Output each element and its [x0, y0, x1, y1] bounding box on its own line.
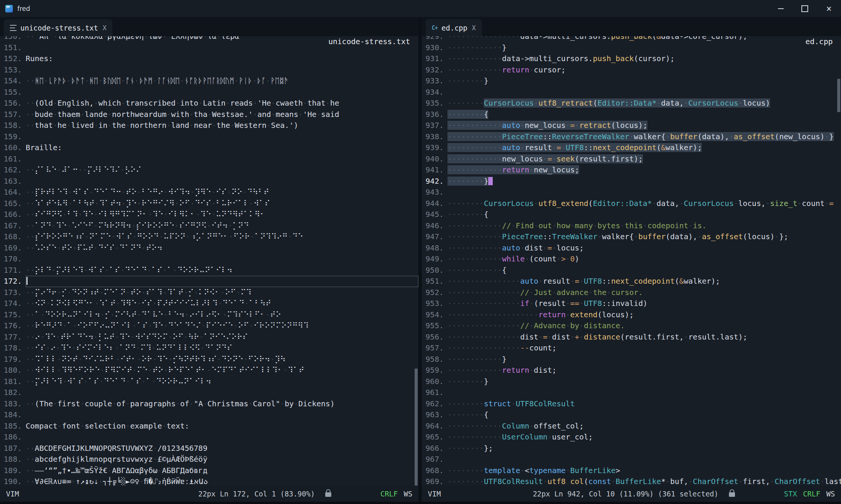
- app-icon: [5, 5, 13, 12]
- code-line: 168.··⡎⠊⠗⠕⠕⠛⠑⠰⠎·⠝⠁⠍⠑·⠺⠁⠎·⠛⠕⠕⠙·⠥⠏⠕⠝·⠰⡡⠁⠝⠛…: [0, 231, 418, 243]
- code-line: 941.············return·new_locus;: [422, 164, 841, 176]
- line-text: ··⠺⠊⠇⠇·⠹⠻⠑⠋⠕⠗⠑·⠏⠻⠍⠊⠞·⠍⠑·⠞⠕·⠗⠑⠏⠑⠁⠞⠂·⠑⠍⠏⠙⠁…: [26, 365, 418, 376]
- line-text: ··abcdefghijklmnopqrstuvwxyz·£©µÀÆÖÞßéöÿ: [26, 454, 418, 465]
- line-number: 177.: [0, 332, 26, 343]
- maximize-button[interactable]: [793, 0, 817, 17]
- line-text: ··⠗⠑⠛⠜⠙·⠁·⠊⠕⠋⠋⠔⠤⠝⠁⠊⠇·⠁⠎·⠹⠑·⠙⠑⠁⠙⠑⠌·⠏⠊⠑⠊⠑·…: [26, 320, 418, 332]
- line-number: 187.: [0, 443, 26, 454]
- line-number: 951.: [422, 276, 447, 287]
- line-text: ········template·<typename·BufferLike>: [447, 465, 841, 476]
- line-text: ··⠁·⠙⠕⠕⠗⠤⠝⠁⠊⠇⠲·⡊·⠍⠊⠣⠞·⠙⠁⠧⠑·⠃⠑⠲·⠔⠊⠇⠔⠫⠂·⠍⠹…: [26, 309, 418, 321]
- line-number: 968.: [422, 465, 447, 476]
- code-line: 948.············auto·dist·=·locus;: [422, 243, 841, 254]
- scrollbar-right[interactable]: [836, 36, 841, 486]
- minimize-button[interactable]: [769, 0, 793, 17]
- line-number: 190.: [0, 476, 26, 486]
- close-icon: ×: [826, 4, 832, 13]
- code-line: 165.··⠱⠁⠞⠑⠧⠻·⠁⠃⠳⠞·⠹⠁⠞⠲·⡹⠑·⠗⠑⠛⠊⠌⠻·⠕⠋·⠙⠊⠎·…: [0, 198, 418, 209]
- line-number: 962.: [422, 398, 447, 410]
- scrollbar-thumb-left[interactable]: [415, 369, 418, 486]
- line-number: 172.: [0, 276, 26, 287]
- line-text: [26, 154, 418, 165]
- scrollbar-left[interactable]: [414, 36, 418, 486]
- code-line: 933.········}: [422, 75, 841, 87]
- line-number: 930.: [422, 42, 447, 54]
- line-text: [26, 254, 418, 265]
- line-number: 153.: [0, 65, 26, 76]
- line-text: ··⠊⠎·⠔·⠹⠑·⠎⠊⠍⠊⠇⠑⠆·⠁⠝⠙·⠍⠹·⠥⠝⠙⠁⠇⠇⠪⠫·⠙⠁⠝⠙⠎: [26, 343, 418, 354]
- code-line: 187.··ABCDEFGHIJKLMNOPQRSTUVWXYZ·/012345…: [0, 443, 418, 454]
- line-text: ··–—‘“”„†•…‰™œŠŸž€·ΑΒΓΔΩαβγδω·АБВГДабвгд: [26, 465, 418, 476]
- code-line: 951.················auto·result·=·UTF8::…: [422, 276, 841, 287]
- status-flags-right: STXCRLFWS: [784, 490, 835, 498]
- line-text: ············auto·result·=·UTF8::next_cod…: [447, 142, 841, 154]
- code-area-left[interactable]: unicode-stress.txt 150.··᾿Απ᾿·τὰ·κόκκαλα…: [0, 36, 418, 486]
- line-number: 958.: [422, 354, 447, 365]
- code-line: 156.··(Old·English,·which·transcribed·in…: [0, 98, 418, 109]
- line-number: 966.: [422, 443, 447, 454]
- code-line: 159.: [0, 131, 418, 143]
- code-line: 174.··⠪⠝·⠅⠝⠪⠇⠫⠛⠑⠂·⠱⠁⠞·⠹⠻⠑·⠊⠎·⠏⠜⠞⠊⠊⠊⠥⠇⠜⠇⠹…: [0, 298, 418, 309]
- close-button[interactable]: ×: [817, 0, 841, 17]
- status-flag-stx: STX: [784, 490, 797, 498]
- pane-divider[interactable]: [418, 17, 422, 502]
- code-line: 952.················//·Just·advance·the·…: [422, 287, 841, 298]
- mode-indicator: VIM: [428, 490, 441, 498]
- line-text: ········CursorLocus·utf8_retract(Editor:…: [447, 98, 841, 109]
- line-text: ··⠁⠝⠙·⠹⠑·⠡⠊⠑⠋·⠍⠳⠗⠝⠻⠲·⡎⠊⠗⠕⠕⠛⠑·⠎⠊⠛⠝⠫·⠊⠞⠲·⡁…: [26, 220, 418, 232]
- code-line: 958.············}: [422, 354, 841, 365]
- code-line: 963.········{: [422, 409, 841, 421]
- line-number: 167.: [0, 220, 26, 232]
- lock-icon: [325, 492, 331, 497]
- line-text: ··⠱⠁⠞⠑⠧⠻·⠁⠃⠳⠞·⠹⠁⠞⠲·⡹⠑·⠗⠑⠛⠊⠌⠻·⠕⠋·⠙⠊⠎·⠃⠥⠗⠊…: [26, 198, 418, 209]
- line-text: [26, 387, 418, 398]
- code-line: 966.········};: [422, 443, 841, 454]
- code-line: 153.: [0, 65, 418, 76]
- tab-unicode-stress[interactable]: unicode-stress.txt X: [4, 19, 112, 36]
- code-line: 957.················--count;: [422, 343, 841, 354]
- code-line: 175.··⠁·⠙⠕⠕⠗⠤⠝⠁⠊⠇⠲·⡊·⠍⠊⠣⠞·⠙⠁⠧⠑·⠃⠑⠲·⠔⠊⠇⠔⠫…: [0, 309, 418, 321]
- code-line: 944.········CursorLocus·utf8_extend(Edit…: [422, 198, 841, 209]
- line-text: ············}: [447, 42, 841, 54]
- window: fred × unicode-stress.txt X unicode-stre…: [0, 0, 841, 504]
- line-text: ··ᚻᛖ·ᚳᚹᚫᚦ·ᚦᚫᛏ·ᚻᛖ·ᛒᚢᛞᛖ·ᚩᚾ·ᚦᚫᛗ·ᛚᚪᚾᛞᛖ·ᚾᚩᚱᚦᚹ…: [26, 75, 418, 87]
- line-text: ··⡍⠔⠙⠖·⡊·⠙⠕⠝⠰⠞·⠍⠑⠁⠝·⠞⠕·⠎⠁⠹·⠹⠁⠞·⡊·⠅⠝⠪⠂·⠕⠋…: [26, 287, 418, 298]
- code-lines-left: 150.··᾿Απ᾿·τὰ·κόκκαλα·βγαλμένη·τῶν·῾Ελλή…: [0, 36, 418, 486]
- tab-close-icon[interactable]: X: [103, 24, 106, 32]
- tab-close-icon[interactable]: X: [472, 24, 476, 32]
- code-line: 930.············}: [422, 42, 841, 54]
- line-number: 957.: [422, 343, 447, 354]
- line-number: 934.: [422, 87, 447, 98]
- code-line: 969.········UTF8ColResult·utf8_col(const…: [422, 476, 841, 486]
- tab-ed-cpp[interactable]: C+ ed.cpp X: [426, 19, 482, 36]
- code-line: 182.: [0, 387, 418, 398]
- line-number: 159.: [0, 131, 26, 143]
- code-line: 955.················//·Advance·by·distan…: [422, 320, 841, 332]
- line-number: 166.: [0, 209, 26, 220]
- code-line: 154.··ᚻᛖ·ᚳᚹᚫᚦ·ᚦᚫᛏ·ᚻᛖ·ᛒᚢᛞᛖ·ᚩᚾ·ᚦᚫᛗ·ᛚᚪᚾᛞᛖ·ᚾ…: [0, 75, 418, 87]
- line-number: 954.: [422, 309, 447, 321]
- status-flags-left: CRLFWS: [380, 490, 412, 498]
- line-number: 963.: [422, 409, 447, 421]
- code-line: 181.··⡍⠜⠇⠑⠹·⠺⠁⠎·⠁⠎·⠙⠑⠁⠙·⠁⠎·⠁·⠙⠕⠕⠗⠤⠝⠁⠊⠇⠲: [0, 376, 418, 387]
- code-line: 961.: [422, 387, 841, 398]
- code-line: 932.············return·cursor;: [422, 65, 841, 76]
- code-line: 155.: [0, 87, 418, 98]
- editor-pane-left: unicode-stress.txt X unicode-stress.txt …: [0, 17, 418, 502]
- line-text: ········struct·UTF8ColResult: [447, 398, 841, 410]
- scrollbar-thumb-right[interactable]: [837, 79, 840, 112]
- line-text: ················if·(result·==·UTF8::inva…: [447, 298, 841, 309]
- status-flag-crlf: CRLF: [380, 490, 398, 498]
- line-text: ··⡕⠇⠙·⡍⠜⠇⠑⠹·⠺⠁⠎·⠁⠎·⠙⠑⠁⠙·⠁⠎·⠁·⠙⠕⠕⠗⠤⠝⠁⠊⠇⠲: [26, 265, 418, 276]
- code-line: 935.········CursorLocus·utf8_retract(Edi…: [422, 98, 841, 109]
- code-area-right[interactable]: ed.cpp 929.················data->multi_c…: [422, 36, 841, 486]
- code-line: 968.········template·<typename·BufferLik…: [422, 465, 841, 476]
- line-text: ············while·(count·>·0): [447, 254, 841, 265]
- line-text: ················auto·result·=·UTF8::next…: [447, 276, 841, 287]
- minimize-icon: [778, 8, 784, 9]
- line-text: ····················return·extend(locus)…: [447, 309, 841, 321]
- line-text: ············PieceTree::ReverseTreeWalker…: [447, 131, 841, 143]
- line-text: ········}: [447, 75, 841, 87]
- line-text: ············UserColumn·user_col;: [447, 432, 841, 443]
- line-number: 160.: [0, 142, 26, 154]
